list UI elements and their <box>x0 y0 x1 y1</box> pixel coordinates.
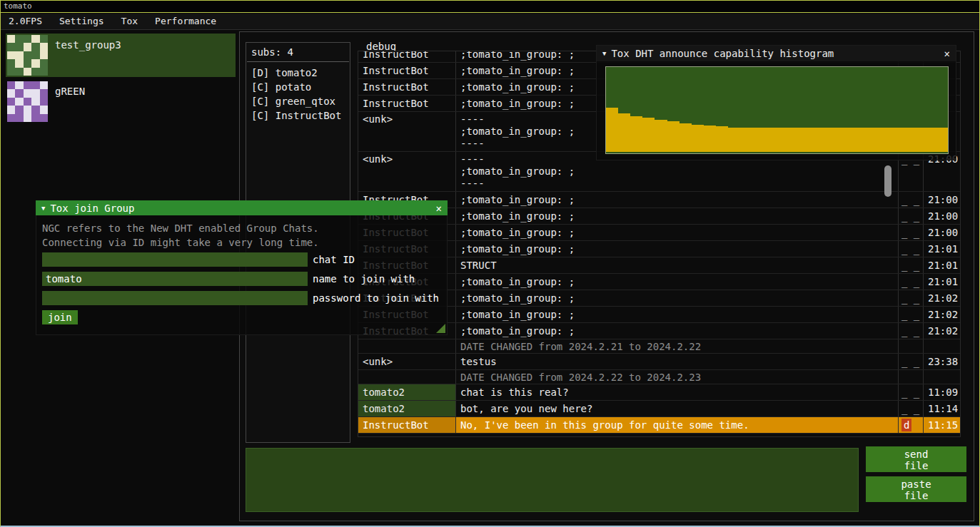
chat-message-row[interactable]: InstructBotNo, I've been in this group f… <box>358 417 960 434</box>
message-text: ;tomato_in_group: ; <box>456 274 899 290</box>
chat-message-row[interactable]: InstructBot;tomato_in_group: ;_ _21:02 <box>358 323 960 339</box>
histogram-bar <box>924 128 936 153</box>
message-author: <unk> <box>358 112 456 151</box>
chat-message-row[interactable]: InstructBot;tomato_in_group: ;_ _21:00 <box>358 208 960 225</box>
group-item-gREEN[interactable]: gREEN <box>6 80 236 123</box>
message-flags-text: _ _ <box>901 292 919 305</box>
histogram-bar <box>789 128 802 153</box>
message-input[interactable] <box>246 448 859 512</box>
join-window-titlebar[interactable]: ▼ Tox join Group ✕ <box>36 200 448 215</box>
collapse-icon[interactable]: ▼ <box>602 50 606 57</box>
chat-message-row[interactable]: InstructBot;tomato_in_group: ;_ _21:01 <box>358 274 960 290</box>
date-divider-row[interactable]: DATE CHANGED from 2024.2.21 to 2024.2.22 <box>358 339 960 354</box>
message-text: ;tomato_in_group: ; <box>456 307 899 322</box>
histogram-bar <box>899 128 911 153</box>
message-time: 21:01 <box>924 274 961 290</box>
message-text: chat is this real? <box>456 384 899 400</box>
chat-message-row[interactable]: InstructBot;tomato_in_group: ;_ _21:02 <box>358 307 960 323</box>
message-author: tomato2 <box>358 384 456 400</box>
member-item[interactable]: [D] tomato2 <box>246 66 350 80</box>
chat-message-row[interactable]: InstructBot;tomato_in_group: ;_ _21:01 <box>358 241 960 257</box>
chat-message-row[interactable]: InstructBot;tomato_in_group: ;_ _21:00 <box>358 225 960 241</box>
message-text: ;tomato_in_group: ; <box>456 208 899 224</box>
message-flags <box>899 339 924 353</box>
message-time: 21:00 <box>924 225 961 240</box>
message-flags-text: _ _ <box>901 193 919 206</box>
chat-message-row[interactable]: <unk>testus_ _23:38 <box>358 354 960 370</box>
histogram-bar <box>862 128 874 153</box>
message-flags-text: _ _ <box>901 275 919 288</box>
resize-grip[interactable] <box>436 324 445 333</box>
message-text: No, I've been in this group for quite so… <box>456 417 899 433</box>
dht-histogram-window: ▼ Tox DHT announce capability histogram … <box>596 45 956 160</box>
message-flags <box>899 370 924 384</box>
message-flags-text: _ _ <box>901 386 919 399</box>
message-time: 11:15 <box>924 417 961 433</box>
chat-message-row[interactable]: tomato2bot, are you new here?_ _11:14 <box>358 401 960 417</box>
send-file-button[interactable]: send file <box>866 446 966 472</box>
member-item[interactable]: [C] InstructBot <box>246 108 350 123</box>
dht-histogram-plot <box>605 66 949 154</box>
chat-id-input[interactable] <box>42 252 308 267</box>
chat-message-row[interactable]: InstructBot;tomato_in_group: ;_ _21:02 <box>358 290 960 307</box>
chat-message-row[interactable]: InstructBot;tomato_in_group: ;_ _21:00 <box>358 192 960 208</box>
message-flags-text: d <box>901 419 911 431</box>
chat-id-label: chat ID <box>313 254 355 265</box>
message-text: ;tomato_in_group: ; <box>456 241 899 257</box>
message-flags-text: _ _ <box>901 226 919 239</box>
menu-item-performance[interactable]: Performance <box>146 14 225 29</box>
menu-item-tox[interactable]: Tox <box>113 14 146 29</box>
message-time: 21:00 <box>924 192 961 208</box>
app-window: tomato 2.0FPS SettingsToxPerformance tes… <box>0 0 980 527</box>
group-item-test_group3[interactable]: test_group3 <box>6 34 236 77</box>
group-sidebar: test_group3gREEN <box>6 34 236 126</box>
message-flags: _ _ <box>899 307 924 322</box>
message-text: ;tomato_in_group: ; <box>456 290 899 306</box>
join-button[interactable]: join <box>42 310 78 324</box>
histogram-bar <box>764 128 777 153</box>
fps-counter: 2.0FPS <box>0 14 51 29</box>
histogram-bar <box>692 125 704 152</box>
histogram-bar <box>936 128 948 153</box>
member-item[interactable]: [C] potato <box>246 80 350 94</box>
message-author: InstructBot <box>358 63 456 78</box>
dht-histogram-title: Tox DHT announce capability histogram <box>611 48 834 59</box>
message-text: STRUCT <box>456 257 899 273</box>
chat-message-row[interactable]: tomato2chat is this real?_ _11:09 <box>358 384 960 401</box>
message-flags: _ _ <box>899 274 924 290</box>
join-name-input[interactable] <box>42 272 308 286</box>
close-icon[interactable]: ✕ <box>944 48 950 59</box>
message-time: 21:00 <box>924 208 961 224</box>
close-icon[interactable]: ✕ <box>436 203 442 214</box>
subs-count: subs: 4 <box>246 43 350 61</box>
join-password-input[interactable] <box>42 291 308 305</box>
dht-histogram-titlebar[interactable]: ▼ Tox DHT announce capability histogram … <box>597 46 956 61</box>
histogram-bar <box>887 128 899 153</box>
message-text: testus <box>456 354 899 369</box>
histogram-bar <box>752 128 764 153</box>
message-author: InstructBot <box>358 51 456 62</box>
message-text: DATE CHANGED from 2024.2.21 to 2024.2.22 <box>456 339 899 353</box>
member-item[interactable]: [C] green_qtox <box>246 94 350 108</box>
histogram-bar <box>911 128 924 153</box>
histogram-bar <box>777 128 789 153</box>
message-flags-text: _ _ <box>901 402 919 415</box>
date-divider-row[interactable]: DATE CHANGED from 2024.2.22 to 2024.2.23 <box>358 370 960 384</box>
paste-file-button[interactable]: paste file <box>866 476 966 502</box>
message-time: 21:02 <box>924 323 961 339</box>
menubar: 2.0FPS SettingsToxPerformance <box>0 14 980 30</box>
menu-item-settings[interactable]: Settings <box>51 14 113 29</box>
histogram-bar <box>814 128 826 153</box>
chat-scrollbar-thumb[interactable] <box>884 165 891 197</box>
message-time: 21:01 <box>924 257 961 273</box>
histogram-bar <box>704 126 716 152</box>
join-window-body: NGC refers to the New DHT enabled Group … <box>36 215 448 335</box>
join-group-window: ▼ Tox join Group ✕ NGC refers to the New… <box>36 200 448 335</box>
chat-message-row[interactable]: InstructBotSTRUCT_ _21:01 <box>358 257 960 274</box>
group-name: test_group3 <box>48 35 121 76</box>
titlebar[interactable]: tomato <box>0 0 980 13</box>
histogram-bar <box>655 120 667 152</box>
message-flags: _ _ <box>899 257 924 273</box>
message-flags-text: _ _ <box>901 259 919 272</box>
collapse-icon[interactable]: ▼ <box>41 205 45 212</box>
